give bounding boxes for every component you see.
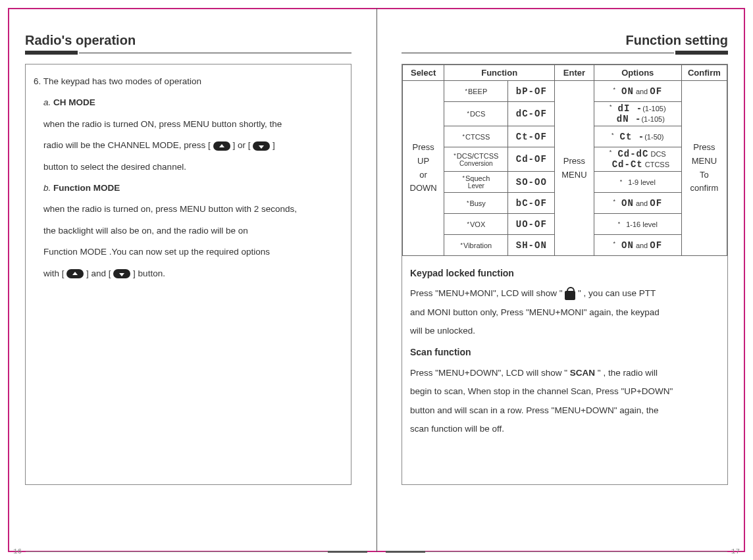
- scan-p1: Press "MENU+DOWN", LCD will show " SCAN …: [410, 364, 719, 382]
- opt-cell: * ON and OF: [594, 81, 681, 102]
- opt-cell: * 1-9 level: [594, 172, 681, 193]
- table-header-row: Select Function Enter Options Confirm: [403, 65, 727, 81]
- page-spread: Radio's operation 6. The keypad has two …: [0, 0, 753, 560]
- mode-b-p3: Function MODE .You can now set up the re…: [43, 242, 343, 263]
- left-content-box: 6. The keypad has two modes of operation…: [25, 64, 351, 485]
- mode-a-p1: when the radio is turned ON, press MENU …: [43, 114, 343, 135]
- scan-p3: button and will scan in a row. Press "ME…: [410, 401, 719, 420]
- select-cell: Press UP or DOWN: [403, 81, 444, 256]
- page-number-bar-right: 17: [386, 547, 744, 556]
- left-title: Radio's operation: [25, 33, 136, 48]
- opt-cell: * 1-16 level: [594, 214, 681, 235]
- fn-name: *DCS: [444, 102, 508, 126]
- locked-p3: will be unlocked.: [410, 322, 719, 340]
- title-row-left: Radio's operation: [25, 33, 351, 48]
- hrule-left: [25, 51, 351, 55]
- scan-p2: begin to scan, When stop in the channel …: [410, 382, 719, 401]
- page-number-bar-left: 16: [9, 547, 367, 556]
- function-table: Select Function Enter Options Confirm Pr…: [402, 64, 727, 256]
- fn-name: *Busy: [444, 193, 508, 214]
- mode-a-header: a. CH MODE: [43, 92, 343, 113]
- mode-b-header: b. Function MODE: [43, 178, 343, 199]
- enter-cell: Press MENU: [555, 81, 594, 256]
- th-enter: Enter: [555, 65, 594, 81]
- th-select: Select: [403, 65, 444, 81]
- right-title: Function setting: [625, 33, 728, 48]
- fn-name: *CTCSS: [444, 126, 508, 147]
- right-content-box: Select Function Enter Options Confirm Pr…: [402, 64, 728, 485]
- title-row-right: Function setting: [402, 33, 728, 48]
- fn-name: *DCS/CTCSS Conversion: [444, 147, 508, 172]
- fn-seg: SO-OO: [508, 172, 555, 193]
- opt-cell: * ON and OF: [594, 193, 681, 214]
- fn-seg: bP-OF: [508, 81, 555, 102]
- down-icon: [113, 269, 130, 278]
- up-icon: [66, 269, 84, 278]
- th-options: Options: [594, 65, 681, 81]
- mode-b-p2: the backlight will also be on, and the r…: [43, 220, 343, 242]
- lock-icon: [565, 291, 575, 300]
- fn-seg: bC-OF: [508, 193, 555, 214]
- up-icon: [213, 141, 230, 151]
- right-page: Function setting Select Function Enter O…: [376, 0, 753, 560]
- fn-name: *VOX: [444, 214, 508, 235]
- below-table-text: Keypad locked function Press "MENU+MONI"…: [402, 256, 727, 484]
- down-icon: [253, 141, 270, 151]
- th-confirm: Confirm: [681, 65, 727, 81]
- locked-p2: and MONI button only, Press "MENU+MONI" …: [410, 303, 719, 322]
- mode-b-p1: when the radio is turned on, press MENU …: [43, 199, 343, 220]
- mode-a-p2: radio will be the CHANNEL MODE, press [ …: [43, 135, 343, 156]
- fn-seg: dC-OF: [508, 102, 555, 126]
- table-row: Press UP or DOWN *BEEP bP-OF Press MENU …: [403, 81, 727, 102]
- hrule-right: [402, 51, 728, 55]
- opt-cell: * dI -(1-105) dN -(1-105): [594, 102, 681, 126]
- th-function: Function: [444, 65, 555, 81]
- fn-seg: Ct-OF: [508, 126, 555, 147]
- opt-cell: * Cd-dC DCS Cd-Ct CTCSS: [594, 147, 681, 172]
- confirm-cell: Press MENU To confirm: [681, 81, 727, 256]
- page-number-left: 16: [9, 547, 26, 555]
- page-number-right: 17: [727, 547, 744, 555]
- scan-title: Scan function: [410, 343, 719, 362]
- fn-seg: UO-OF: [508, 214, 555, 235]
- opt-cell: * ON and OF: [594, 235, 681, 256]
- fn-seg: SH-ON: [508, 235, 555, 256]
- locked-p1: Press "MENU+MONI", LCD will show " " , y…: [410, 284, 719, 303]
- scan-p4: scan function will be off.: [410, 420, 719, 438]
- fn-name: *BEEP: [444, 81, 508, 102]
- fn-seg: Cd-OF: [508, 147, 555, 172]
- fn-name: *Vibration: [444, 235, 508, 256]
- fn-name: *Squech Lever: [444, 172, 508, 193]
- left-page: Radio's operation 6. The keypad has two …: [0, 0, 376, 560]
- line-intro: 6. The keypad has two modes of operation: [34, 71, 343, 92]
- mode-a-p3: button to select the desired channel.: [43, 157, 343, 178]
- mode-b-p4: with [ ] and [ ] button.: [43, 263, 343, 284]
- opt-cell: * Ct -(1-50): [594, 126, 681, 147]
- locked-title: Keypad locked function: [410, 264, 719, 283]
